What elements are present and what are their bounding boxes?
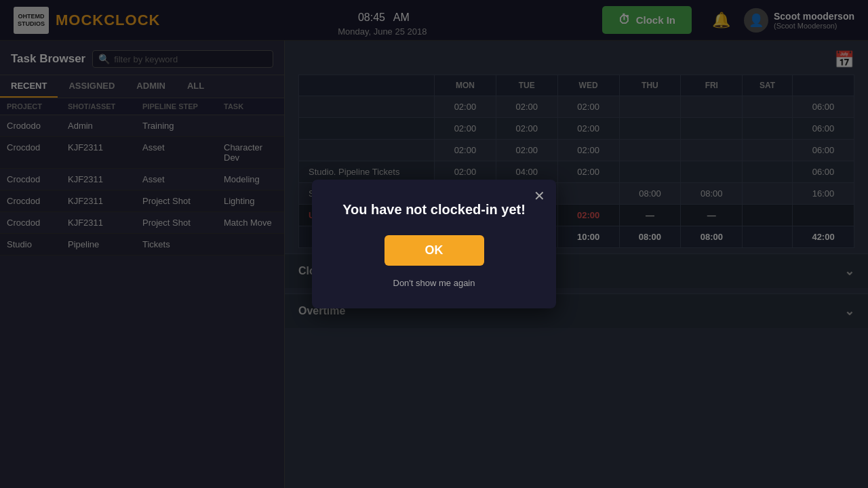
- modal-dont-show[interactable]: Don't show me again: [339, 278, 529, 288]
- modal-box: ✕ You have not clocked-in yet! OK Don't …: [312, 180, 556, 308]
- modal-ok-button[interactable]: OK: [384, 235, 484, 266]
- modal-message: You have not clocked-in yet!: [339, 200, 529, 219]
- modal-close-button[interactable]: ✕: [534, 188, 545, 204]
- modal-overlay: ✕ You have not clocked-in yet! OK Don't …: [0, 0, 868, 488]
